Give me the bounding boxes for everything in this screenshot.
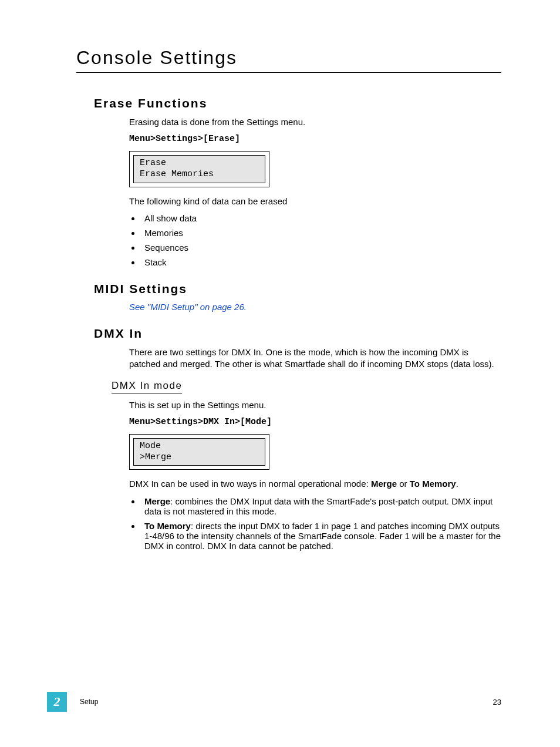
merge-text: : combines the DMX Input data with the S… [144, 496, 492, 516]
erase-list-intro: The following kind of data can be erased [129, 196, 501, 207]
erase-lcd: Erase Erase Memories [129, 151, 269, 187]
section-midi: MIDI Settings See "MIDI Setup" on page 2… [94, 282, 501, 312]
section-dmx: DMX In There are two settings for DMX In… [94, 327, 501, 551]
text: or [397, 479, 410, 489]
lcd-line: >Merge [140, 452, 171, 462]
lcd-line: Mode [140, 441, 161, 451]
lcd-line: Erase Memories [140, 169, 214, 179]
dmx-lcd-inner: Mode >Merge [133, 438, 265, 466]
tomem-text: : directs the input DMX to fader 1 in pa… [144, 521, 501, 551]
dmx-modes-intro: DMX In can be used in two ways in normal… [129, 478, 501, 490]
footer-left: 2 Setup [47, 692, 98, 712]
erase-lcd-inner: Erase Erase Memories [133, 155, 265, 183]
dmx-heading: DMX In [94, 327, 501, 341]
section-erase: Erase Functions Erasing data is done fro… [94, 96, 501, 267]
page-title: Console Settings [76, 47, 501, 73]
tomem-label: To Memory [144, 521, 191, 531]
erase-heading: Erase Functions [94, 96, 501, 110]
text: DMX In can be used in two ways in normal… [129, 479, 371, 489]
erase-intro: Erasing data is done from the Settings m… [129, 116, 501, 128]
dmx-intro: There are two settings for DMX In. One i… [129, 346, 501, 371]
list-item: Sequences [141, 243, 501, 253]
midi-heading: MIDI Settings [94, 282, 501, 296]
bold: Merge [371, 479, 397, 489]
dmx-sub-heading: DMX In mode [112, 380, 182, 393]
dmx-menu-path: Menu>Settings>DMX In>[Mode] [129, 417, 501, 427]
midi-link[interactable]: See "MIDI Setup" on page 26. [129, 302, 501, 312]
erase-menu-path: Menu>Settings>[Erase] [129, 134, 501, 144]
list-item: Memories [141, 228, 501, 238]
list-item: Stack [141, 257, 501, 267]
merge-label: Merge [144, 496, 170, 506]
list-item: Merge: combines the DMX Input data with … [141, 496, 501, 516]
lcd-line: Erase [140, 158, 166, 168]
bold: To Memory [410, 479, 456, 489]
page-content: Console Settings Erase Functions Erasing… [0, 0, 560, 551]
page-number: 23 [493, 698, 501, 706]
list-item: To Memory: directs the input DMX to fade… [141, 521, 501, 551]
dmx-mode-list: Merge: combines the DMX Input data with … [129, 496, 501, 551]
list-item: All show data [141, 213, 501, 223]
page-footer: 2 Setup 23 [47, 692, 501, 712]
text: . [456, 479, 458, 489]
dmx-sub-intro: This is set up in the Settings menu. [129, 399, 501, 411]
footer-section: Setup [80, 698, 98, 706]
erase-list: All show data Memories Sequences Stack [129, 213, 501, 267]
dmx-lcd: Mode >Merge [129, 434, 269, 470]
chapter-badge: 2 [47, 692, 67, 712]
